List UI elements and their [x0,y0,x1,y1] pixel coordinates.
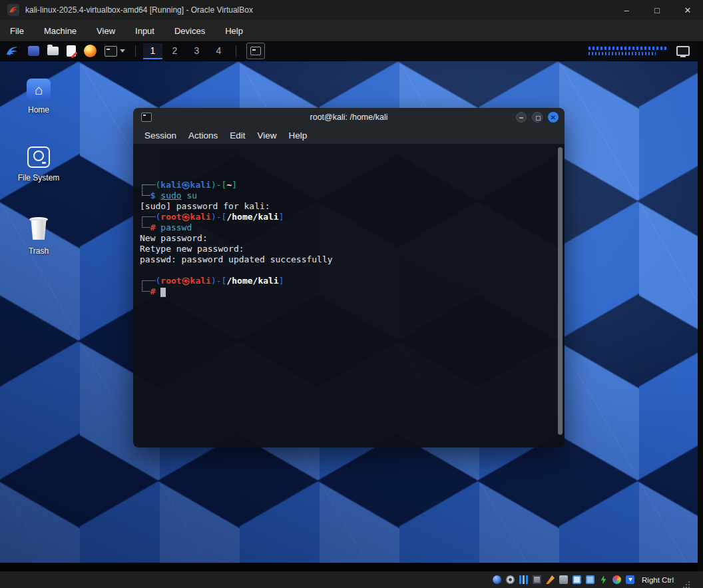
workspace-4[interactable]: 4 [209,43,228,59]
kali-menu-icon[interactable] [4,45,20,58]
terminal-title: root@kali: /home/kali [133,113,565,122]
kali-dragon-icon [7,4,19,16]
terminal-window-icon [141,113,152,122]
home-icon: ⌂ [27,79,51,100]
audio-icon[interactable] [519,575,528,584]
text-segment: sudo [160,190,181,200]
terminal-window: root@kali: /home/kali ✕ Session Actions … [133,108,565,447]
chevron-down-icon[interactable] [120,49,125,53]
terminal-menubar: Session Actions Edit View Help [133,127,565,145]
desktop-icon-home[interactable]: ⌂ Home [15,79,63,115]
menu-help[interactable]: Help [215,20,253,41]
window-title: kali-linux-2025.4-virtualbox-amd64 [Runn… [25,5,253,15]
network-icon[interactable] [533,575,541,584]
text-segment: )-[ [211,212,226,222]
text-segment: ┌──( [140,180,160,190]
terminal-line: New password: [140,233,558,244]
display-status-icon[interactable] [573,575,581,584]
firefox-icon[interactable] [84,45,97,57]
terminal-minimize-button[interactable] [516,112,527,123]
terminal-line: ┌──(root㉿kali)-[/home/kali] [140,212,558,222]
file-system-icon [27,147,50,168]
terminal-output[interactable]: ┌──(kali㉿kali)-[~]└─$ sudo su[sudo] pass… [133,145,565,447]
desktop-icon-label: Trash [15,246,63,256]
text-segment: )-[ [211,180,226,190]
terminal-line: └─# [140,286,558,297]
desktop-icon-label: File System [15,173,63,182]
desktop-icon-trash[interactable]: Trash [15,217,63,256]
text-segment: ┌──( [140,276,160,286]
text-segment: root㉿kali [160,212,211,222]
text-segment: /home/kali [226,276,278,286]
desktop-icon-label: Home [15,105,63,115]
terminal-line: ┌──(kali㉿kali)-[~] [140,180,558,190]
file-browser-icon[interactable] [47,47,59,55]
text-segment: [sudo] password for kali: [140,201,270,211]
terminal-menu-actions[interactable]: Actions [182,131,224,141]
vbox-statusbar: Right Ctrl [0,571,703,588]
menu-machine[interactable]: Machine [34,20,87,41]
terminal-line [140,265,558,276]
menu-view[interactable]: View [87,20,125,41]
text-segment: └─ [140,222,150,232]
desktop-icon-file-system[interactable]: File System [15,147,63,182]
text-segment: passwd [160,222,192,232]
text-editor-icon[interactable] [67,45,76,57]
features-icon[interactable] [599,575,608,584]
text-segment: passwd: password updated successfully [140,254,333,264]
menu-input[interactable]: Input [125,20,164,41]
menu-file[interactable]: File [0,20,34,41]
maximize-button[interactable]: □ [642,0,672,20]
resize-grip[interactable] [682,581,690,588]
workspace-3[interactable]: 3 [187,43,206,59]
vbox-titlebar: kali-linux-2025.4-virtualbox-amd64 [Runn… [0,0,703,20]
terminal-menu-edit[interactable]: Edit [224,131,251,141]
text-segment: kali㉿kali [160,180,211,190]
panel-separator [135,45,136,57]
display-tray-icon[interactable] [676,46,690,56]
text-segment: ┌──( [140,212,160,222]
usb-icon[interactable] [546,575,555,584]
workspace-1[interactable]: 1 [143,43,162,59]
mouse-integration-icon[interactable] [612,575,621,584]
terminal-close-button[interactable]: ✕ [548,112,559,123]
terminal-line: └─$ sudo su [140,190,558,201]
keyboard-icon[interactable] [626,575,634,584]
kali-panel: 1 2 3 4 [0,41,698,61]
optical-disk-icon[interactable] [506,575,515,584]
panel-separator [236,45,236,57]
terminal-line: ┌──(root㉿kali)-[/home/kali] [140,276,558,286]
terminal-line: Retype new password: [140,244,558,254]
terminal-menu-help[interactable]: Help [283,131,314,141]
terminal-line: [sudo] password for kali: [140,201,558,212]
trash-icon [29,217,49,241]
terminal-titlebar[interactable]: root@kali: /home/kali ✕ [133,108,565,127]
text-segment: root㉿kali [160,276,211,286]
close-button[interactable]: ✕ [672,0,703,20]
scrollbar-thumb[interactable] [558,147,563,435]
text-segment: Retype new password: [140,244,244,254]
text-segment: ] [279,276,284,286]
desktop-wallpaper[interactable]: ⌂ Home File System Trash root@kali: /hom… [0,61,698,563]
text-segment: su [182,190,197,200]
terminal-scrollbar[interactable] [558,147,563,443]
text-segment: /home/kali [226,212,278,222]
recording-icon[interactable] [586,575,594,584]
menu-devices[interactable]: Devices [164,20,215,41]
shared-folders-icon[interactable] [559,575,568,584]
vbox-menubar: File Machine View Input Devices Help [0,20,703,41]
text-segment: New password: [140,233,208,243]
minimize-button[interactable]: – [611,0,642,20]
file-manager-icon[interactable] [28,46,39,56]
text-segment [160,288,166,297]
terminal-menu-session[interactable]: Session [138,131,182,141]
text-segment [155,286,160,296]
text-segment: ] [279,212,284,222]
terminal-launcher-icon[interactable] [105,46,125,57]
terminal-maximize-button[interactable] [532,112,543,123]
hard-disk-icon[interactable] [493,575,501,584]
workspace-switcher: 1 2 3 4 [142,43,230,59]
workspace-2[interactable]: 2 [165,43,184,59]
terminal-menu-view[interactable]: View [252,131,283,141]
taskbar-terminal-window-button[interactable] [246,43,265,59]
